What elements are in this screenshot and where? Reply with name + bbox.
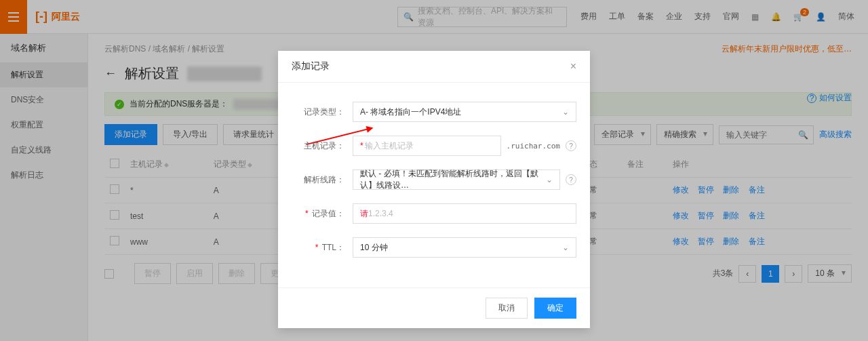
help-icon[interactable]: ? [566, 140, 576, 151]
close-icon[interactable]: × [570, 60, 576, 73]
modal-header: 添加记录 × [278, 51, 590, 83]
modal-footer: 取消 确定 [278, 287, 590, 328]
modal-body: 记录类型： A- 将域名指向一个IPV4地址 主机记录： * 输入主机记录 .r… [278, 83, 590, 287]
label-value: * 记录值： [292, 208, 353, 220]
ttl-select[interactable]: 10 分钟 [353, 237, 576, 258]
domain-suffix: .ruichar.com [507, 142, 560, 151]
modal-title: 添加记录 [292, 60, 330, 73]
label-line: 解析线路： [292, 174, 353, 186]
host-record-input[interactable]: * 输入主机记录 [353, 136, 501, 156]
confirm-button[interactable]: 确定 [534, 298, 576, 319]
record-type-select[interactable]: A- 将域名指向一个IPV4地址 [353, 102, 576, 122]
add-record-modal: 添加记录 × 记录类型： A- 将域名指向一个IPV4地址 主机记录： * 输入… [278, 51, 590, 328]
label-ttl: * TTL： [292, 242, 353, 254]
help-icon[interactable]: ? [566, 174, 576, 185]
cancel-button[interactable]: 取消 [486, 298, 528, 319]
label-type: 记录类型： [292, 106, 353, 118]
label-host: 主机记录： [292, 140, 353, 152]
value-text: 请1.2.3.4 [360, 208, 393, 220]
record-value-input[interactable]: 请1.2.3.4 ip地址 [353, 203, 576, 224]
required-marker: * [360, 141, 363, 151]
modal-overlay: 添加记录 × 记录类型： A- 将域名指向一个IPV4地址 主机记录： * 输入… [0, 0, 868, 341]
line-select[interactable]: 默认 - 必填！未匹配到智能解析线路时，返回【默认】线路设… [353, 169, 560, 190]
